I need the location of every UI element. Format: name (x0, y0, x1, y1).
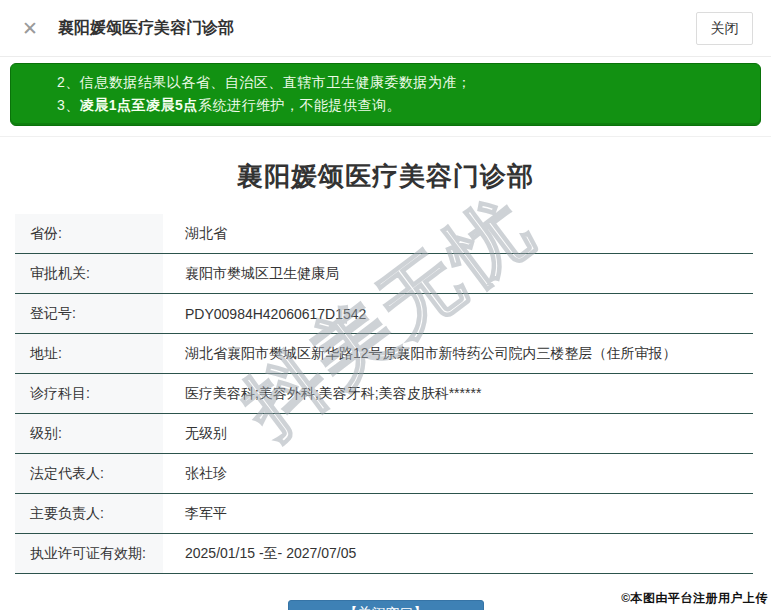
table-row-departments: 诊疗科目: 医疗美容科;美容外科;美容牙科;美容皮肤科****** (15, 374, 753, 414)
row-value: 2025/01/15 -至- 2027/07/05 (163, 534, 753, 573)
row-label: 主要负责人: (15, 494, 163, 533)
close-window-button[interactable]: 【关闭窗口】 (288, 600, 484, 610)
copyright-watermark: ©本图由平台注册用户上传 (621, 590, 768, 607)
table-row-main-person-in-charge: 主要负责人: 李军平 (15, 494, 753, 534)
table-row-registration-number: 登记号: PDY00984H42060617D1542 (15, 294, 753, 334)
table-row-legal-representative: 法定代表人: 张社珍 (15, 454, 753, 494)
notice-line-2: 3、凌晨1点至凌晨5点系统进行维护，不能提供查询。 (57, 94, 750, 117)
row-label: 诊疗科目: (15, 374, 163, 413)
row-value: PDY00984H42060617D1542 (163, 294, 753, 333)
table-row-province: 省份: 湖北省 (15, 214, 753, 254)
row-value: 无级别 (163, 414, 753, 453)
row-value: 张社珍 (163, 454, 753, 493)
table-row-approval-authority: 审批机关: 襄阳市樊城区卫生健康局 (15, 254, 753, 294)
row-value: 李军平 (163, 494, 753, 533)
row-label: 执业许可证有效期: (15, 534, 163, 573)
table-row-level: 级别: 无级别 (15, 414, 753, 454)
row-value: 襄阳市樊城区卫生健康局 (163, 254, 753, 293)
table-row-address: 地址: 湖北省襄阳市樊城区新华路12号原襄阳市新特药公司院内三楼整层（住所审报） (15, 334, 753, 374)
notice-line-1: 2、信息数据结果以各省、自治区、直辖市卫生健康委数据为准； (57, 71, 750, 94)
close-button[interactable]: 关闭 (696, 12, 753, 45)
row-value: 医疗美容科;美容外科;美容牙科;美容皮肤科****** (163, 374, 753, 413)
row-label: 法定代表人: (15, 454, 163, 493)
row-label: 地址: (15, 334, 163, 373)
window-title: 襄阳媛颂医疗美容门诊部 (58, 18, 234, 39)
page-title: 襄阳媛颂医疗美容门诊部 (0, 137, 771, 214)
notice-section: 2、信息数据结果以各省、自治区、直辖市卫生健康委数据为准； 3、凌晨1点至凌晨5… (0, 57, 771, 137)
row-value: 湖北省 (163, 214, 753, 253)
table-row-license-validity: 执业许可证有效期: 2025/01/15 -至- 2027/07/05 (15, 534, 753, 574)
notice-banner: 2、信息数据结果以各省、自治区、直辖市卫生健康委数据为准； 3、凌晨1点至凌晨5… (10, 63, 761, 126)
window-header: ✕ 襄阳媛颂医疗美容门诊部 关闭 (0, 0, 771, 57)
row-label: 登记号: (15, 294, 163, 333)
close-x-icon[interactable]: ✕ (22, 19, 38, 38)
row-label: 审批机关: (15, 254, 163, 293)
row-label: 级别: (15, 414, 163, 453)
row-label: 省份: (15, 214, 163, 253)
info-table: 省份: 湖北省 审批机关: 襄阳市樊城区卫生健康局 登记号: PDY00984H… (15, 214, 753, 574)
row-value: 湖北省襄阳市樊城区新华路12号原襄阳市新特药公司院内三楼整层（住所审报） (163, 334, 753, 373)
